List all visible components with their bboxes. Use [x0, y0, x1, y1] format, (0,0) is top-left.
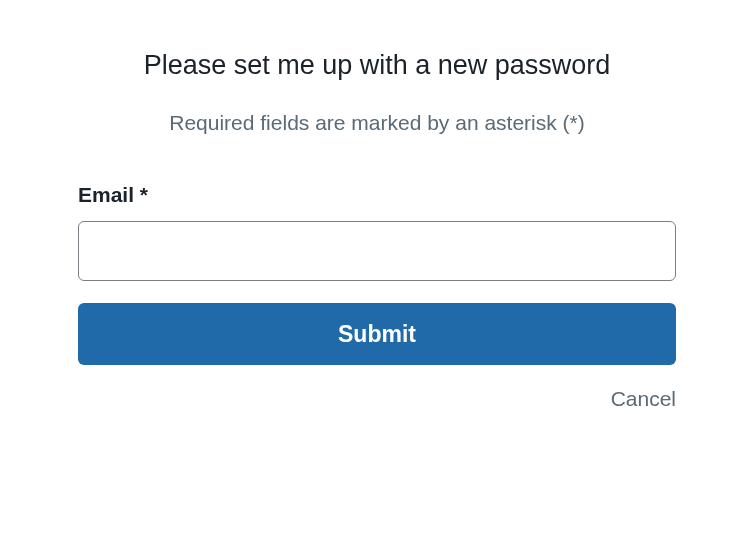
cancel-row: Cancel — [78, 387, 676, 411]
form-subtitle: Required fields are marked by an asteris… — [78, 111, 676, 135]
email-label: Email * — [78, 183, 676, 207]
cancel-link[interactable]: Cancel — [611, 387, 676, 410]
submit-button[interactable]: Submit — [78, 303, 676, 365]
email-field[interactable] — [78, 221, 676, 281]
form-title: Please set me up with a new password — [78, 50, 676, 81]
password-reset-form: Please set me up with a new password Req… — [78, 50, 676, 411]
